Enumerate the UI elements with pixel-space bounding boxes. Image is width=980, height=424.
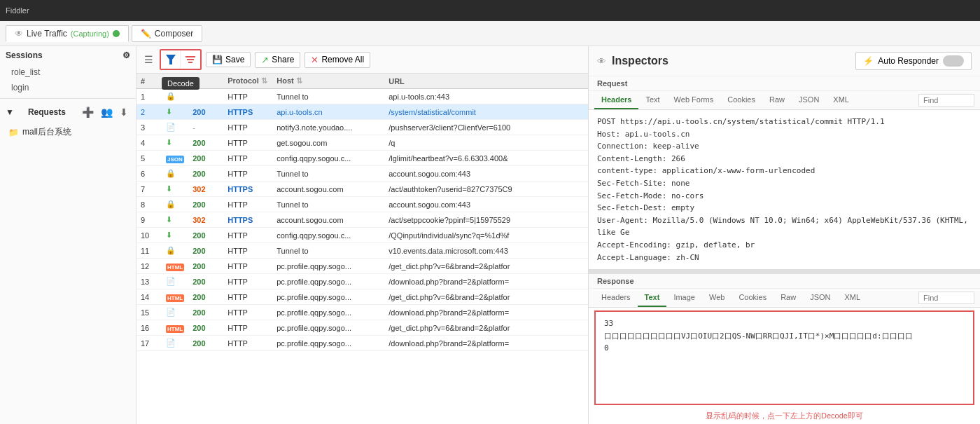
table-row[interactable]: 13 📄 200 HTTP pc.profile.qqpy.sogo... /d… [136, 274, 588, 289]
cell-protocol: HTTP [223, 89, 272, 104]
cell-icon: 🔒 [162, 89, 188, 104]
remove-all-button[interactable]: ✕ Remove All [304, 52, 370, 68]
table-row[interactable]: 6 🔒 200 HTTP Tunnel to account.sogou.com… [136, 166, 588, 182]
download-icon: ⬇ [166, 138, 172, 146]
request-content-text: POST https://api.u-tools.cn/system/stati… [597, 117, 972, 262]
response-tab-web[interactable]: Web [702, 289, 732, 307]
col-header-protocol: Protocol ⇅ [223, 74, 272, 89]
auto-responder-button[interactable]: ⚡ Auto Responder [855, 52, 972, 70]
cell-icon: ⬇ [162, 228, 188, 243]
sessions-label: Sessions [6, 50, 43, 60]
cell-host: account.sogou.com [272, 212, 384, 228]
auto-responder-toggle[interactable] [943, 55, 964, 67]
request-tab-json[interactable]: JSON [792, 91, 826, 109]
cell-url: api.u-tools.cn:443 [384, 89, 588, 104]
cell-num: 7 [136, 182, 162, 197]
cell-url: /get_dict.php?v=6&brand=2&platfor [384, 259, 588, 274]
add-request-button[interactable]: ➕ [80, 106, 96, 118]
inspector-header: 👁 Inspectors ⚡ Auto Responder [589, 46, 980, 76]
table-row[interactable]: 4 ⬇ 200 HTTP get.sogou.com /q [136, 135, 588, 151]
request-find [918, 94, 974, 107]
request-tab-cookies[interactable]: Cookies [720, 91, 762, 109]
cell-icon: 📄 [162, 336, 188, 351]
cell-status: 200 [188, 243, 223, 259]
cell-url: /system/statistical/commit [384, 104, 588, 120]
table-row[interactable]: 10 ⬇ 200 HTTP config.qqpy.sogou.c... /QQ… [136, 228, 588, 243]
cell-host: config.qqpy.sogou.c... [272, 151, 384, 166]
request-tab-xml[interactable]: XML [826, 91, 856, 109]
table-row[interactable]: 15 📄 200 HTTP pc.profile.qqpy.sogo... /d… [136, 305, 588, 320]
filter-button[interactable] [181, 50, 200, 69]
response-tab-headers[interactable]: Headers [594, 289, 638, 307]
table-row[interactable]: 11 🔒 200 HTTP Tunnel to v10.events.data.… [136, 243, 588, 259]
table-row[interactable]: 3 📄 - HTTP notify3.note.youdao.... /push… [136, 120, 588, 135]
cell-num: 5 [136, 151, 162, 166]
table-row[interactable]: 14 HTML 200 HTTP pc.profile.qqpy.sogo...… [136, 289, 588, 305]
eye-icon: 👁 [15, 29, 23, 39]
request-tab-text[interactable]: Text [638, 91, 666, 109]
cell-protocol: HTTPS [223, 182, 272, 197]
response-tab-raw[interactable]: Raw [774, 289, 803, 307]
request-tab-webforms[interactable]: Web Forms [667, 91, 721, 109]
requests-arrow: ▼ [6, 107, 14, 117]
funnel-button[interactable] [161, 50, 181, 69]
request-find-input[interactable] [918, 94, 974, 107]
table-row[interactable]: 1 🔒 HTTP Tunnel to api.u-tools.cn:443 [136, 89, 588, 104]
inspector-panel: 👁 Inspectors ⚡ Auto Responder Request He… [588, 46, 980, 424]
table-row[interactable]: 7 ⬇ 302 HTTPS account.sogou.com /act/aut… [136, 182, 588, 197]
cell-host: pc.profile.qqpy.sogo... [272, 274, 384, 289]
cell-status [188, 89, 223, 104]
sidebar-item-role-list[interactable]: role_list [0, 64, 136, 80]
table-row[interactable]: 8 🔒 200 HTTP Tunnel to account.sogou.com… [136, 197, 588, 212]
menu-button[interactable]: ☰ [142, 53, 155, 66]
decode-popup: Decode [160, 49, 202, 70]
folder-icon: 📁 [8, 128, 19, 137]
live-traffic-label: Live Traffic [27, 29, 67, 39]
requests-section-header: ▼ Requests ➕ 👥 ⬇ [0, 102, 136, 123]
table-row[interactable]: 5 JSON 200 HTTP config.qqpy.sogou.c... /… [136, 151, 588, 166]
sessions-gear-icon[interactable]: ⚙ [122, 50, 130, 60]
table-row[interactable]: 12 HTML 200 HTTP pc.profile.qqpy.sogo...… [136, 259, 588, 274]
cell-num: 14 [136, 289, 162, 305]
table-row[interactable]: 16 HTML 200 HTTP pc.profile.qqpy.sogo...… [136, 320, 588, 336]
tab-composer[interactable]: ✏️ Composer [132, 25, 202, 42]
file-icon: 📄 [166, 277, 176, 285]
auto-responder-label: Auto Responder [878, 56, 939, 66]
capturing-label: (Capturing) [71, 29, 109, 38]
sidebar-item-login[interactable]: login [0, 80, 136, 95]
cell-status: 200 [188, 320, 223, 336]
response-tab-cookies[interactable]: Cookies [732, 289, 774, 307]
sessions-section-header[interactable]: Sessions ⚙ [0, 46, 136, 64]
requests-icons: ➕ 👥 ⬇ [80, 106, 130, 118]
cell-icon: HTML [162, 259, 188, 274]
user-icon-button[interactable]: 👥 [99, 106, 115, 118]
requests-label: Requests [28, 107, 66, 117]
request-tab-raw[interactable]: Raw [762, 91, 792, 109]
response-tab-json[interactable]: JSON [803, 289, 837, 307]
table-row[interactable]: 2 ⬇ 200 HTTPS api.u-tools.cn /system/sta… [136, 104, 588, 120]
save-button[interactable]: 💾 Save [206, 52, 251, 67]
sidebar-folder-mall[interactable]: 📁 mall后台系统 [0, 123, 136, 142]
cell-protocol: HTTP [223, 166, 272, 182]
cell-url: /download.php?brand=2&platform= [384, 336, 588, 351]
cell-protocol: HTTP [223, 289, 272, 305]
response-section: Response Headers Text Image Web Cookies … [589, 274, 980, 424]
cell-status: 302 [188, 182, 223, 197]
table-row[interactable]: 17 📄 200 HTTP pc.profile.qqpy.sogo... /d… [136, 336, 588, 351]
table-row[interactable]: 9 ⬇ 302 HTTPS account.sogou.com /act/set… [136, 212, 588, 228]
share-button[interactable]: ↗ Share [255, 52, 300, 68]
request-label: Request [589, 76, 980, 91]
response-tab-image[interactable]: Image [666, 289, 702, 307]
cell-icon: JSON [162, 151, 188, 166]
response-find-input[interactable] [918, 292, 974, 304]
inspector-title: Inspectors [612, 55, 668, 67]
request-tab-headers[interactable]: Headers [594, 91, 638, 109]
tab-live-traffic[interactable]: 👁 Live Traffic (Capturing) [6, 25, 129, 42]
cell-protocol: HTTPS [223, 104, 272, 120]
response-tab-text[interactable]: Text [638, 289, 667, 307]
file-icon: 📄 [166, 338, 176, 347]
cell-host: Tunnel to [272, 166, 384, 182]
cell-protocol: HTTP [223, 259, 272, 274]
response-tab-xml[interactable]: XML [838, 289, 868, 307]
import-button[interactable]: ⬇ [118, 106, 130, 118]
